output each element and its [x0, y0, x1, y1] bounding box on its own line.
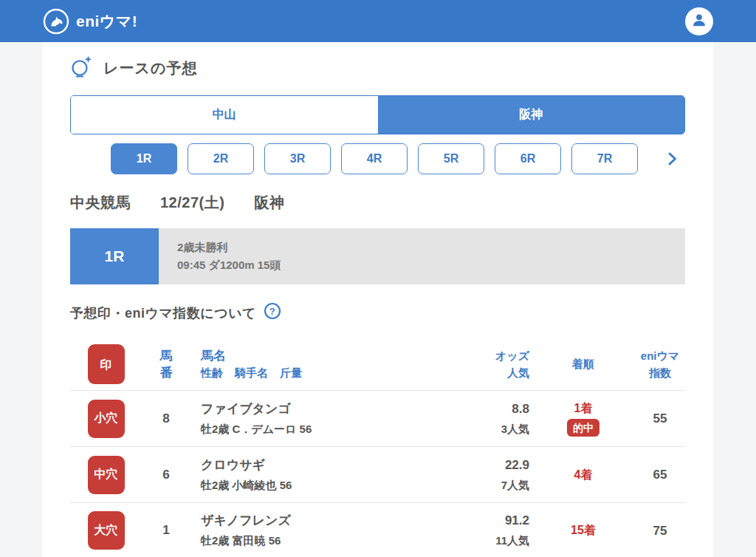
- eniuma-index: 55: [635, 410, 685, 427]
- horse-number: 8: [142, 411, 190, 426]
- content-card: レースの予想 中山 阪神 1R 2R 3R 4R 5R 6R 7R 中央競馬 1…: [42, 42, 713, 557]
- race-button-7r[interactable]: 7R: [571, 143, 638, 174]
- column-header-odds: オッズ 人気: [443, 347, 532, 381]
- race-button-4r[interactable]: 4R: [341, 143, 408, 174]
- breadcrumb-date: 12/27(土): [160, 193, 224, 213]
- odds-cell: 22.9 7人気: [443, 455, 532, 495]
- column-header-number: 馬 番: [142, 347, 190, 381]
- race-info-card[interactable]: 1R 2歳未勝利 09:45 ダ1200m 15頭: [70, 228, 685, 284]
- app-header: eniウマ!: [0, 0, 756, 42]
- race-button-5r[interactable]: 5R: [418, 143, 484, 174]
- odds-value: 8.8: [443, 399, 529, 419]
- horse-logo-icon: [43, 8, 69, 35]
- breadcrumb: 中央競馬 12/27(土) 阪神: [70, 193, 685, 213]
- popularity: 11人気: [443, 530, 529, 550]
- popularity: 7人気: [443, 475, 529, 495]
- help-icon[interactable]: ?: [264, 302, 281, 324]
- horse-name: クロウサギ: [201, 455, 443, 475]
- horse-name-cell: クロウサギ 牡2歳 小崎綾也 56: [190, 455, 443, 495]
- page-title-row: レースの予想: [70, 55, 685, 81]
- odds-value: 22.9: [443, 455, 529, 475]
- column-header-name: 馬名 性齢 騎手名 斤量: [190, 347, 443, 381]
- popularity: 3人気: [443, 419, 529, 439]
- horse-row: 大穴 1 ザキノフレンズ 牡2歳 富田暁 56 91.2 11人気 15着 75: [70, 502, 685, 557]
- about-label: 予想印・eniウマ指数について: [70, 304, 256, 322]
- svg-text:?: ?: [269, 306, 275, 317]
- column-header-result: 着順: [532, 356, 635, 372]
- about-row: 予想印・eniウマ指数について ?: [70, 302, 685, 324]
- user-avatar-button[interactable]: [685, 7, 713, 35]
- horse-name: ファイブタンゴ: [201, 399, 443, 419]
- horse-name: ザキノフレンズ: [201, 510, 443, 530]
- horse-row: 中穴 6 クロウサギ 牡2歳 小崎綾也 56 22.9 7人気 4着 65: [70, 446, 685, 502]
- eniuma-index: 65: [635, 466, 685, 483]
- venue-tabs: 中山 阪神: [70, 95, 685, 134]
- horse-name-cell: ザキノフレンズ 牡2歳 富田暁 56: [190, 510, 443, 550]
- horse-profile: 牡2歳 C．デムーロ 56: [201, 419, 443, 439]
- odds-value: 91.2: [443, 510, 529, 530]
- page-title: レースの予想: [103, 58, 197, 78]
- prediction-table: 印 馬 番 馬名 性齢 騎手名 斤量 オッズ 人気 着順 eniウマ: [70, 338, 685, 557]
- race-details: 09:45 ダ1200m 15頭: [177, 256, 685, 274]
- horse-number: 6: [142, 468, 190, 482]
- mark-header-badge: 印: [88, 344, 125, 384]
- race-button-2r[interactable]: 2R: [188, 143, 254, 174]
- breadcrumb-category: 中央競馬: [70, 193, 131, 213]
- race-button-1r[interactable]: 1R: [111, 143, 177, 174]
- finish-position: 1着: [532, 400, 635, 417]
- odds-cell: 91.2 11人気: [443, 510, 532, 550]
- race-button-3r[interactable]: 3R: [264, 143, 331, 174]
- venue-tab-nakayama[interactable]: 中山: [71, 96, 378, 134]
- mark-badge: 中穴: [88, 456, 125, 494]
- race-button-6r[interactable]: 6R: [495, 143, 561, 174]
- crystal-ball-icon: [70, 55, 94, 81]
- chevron-right-icon[interactable]: [667, 151, 678, 166]
- user-icon: [691, 12, 707, 31]
- app-logo[interactable]: eniウマ!: [43, 8, 137, 35]
- horse-profile: 牡2歳 小崎綾也 56: [201, 475, 443, 495]
- horse-name-cell: ファイブタンゴ 牡2歳 C．デムーロ 56: [190, 399, 443, 439]
- mark-badge: 大穴: [88, 511, 125, 550]
- app-logo-text: eniウマ!: [76, 11, 137, 32]
- breadcrumb-venue: 阪神: [254, 193, 284, 213]
- race-title: 2歳未勝利: [177, 239, 685, 256]
- result-cell: 4着: [532, 467, 635, 483]
- finish-position: 4着: [532, 467, 635, 483]
- venue-tab-hanshin[interactable]: 阪神: [378, 96, 685, 134]
- odds-cell: 8.8 3人気: [443, 399, 532, 439]
- horse-profile: 牡2歳 富田暁 56: [201, 530, 443, 550]
- table-header-row: 印 馬 番 馬名 性齢 騎手名 斤量 オッズ 人気 着順 eniウマ: [70, 338, 685, 390]
- mark-badge: 小穴: [88, 400, 125, 438]
- horse-number: 1: [142, 523, 190, 538]
- horse-row: 小穴 8 ファイブタンゴ 牡2歳 C．デムーロ 56 8.8 3人気 1着 的中…: [70, 390, 685, 446]
- column-header-mark: 印: [70, 344, 142, 384]
- finish-position: 15着: [532, 522, 635, 539]
- race-number-badge: 1R: [70, 228, 159, 284]
- column-header-index: eniウマ 指数: [635, 347, 685, 381]
- race-nav: 1R 2R 3R 4R 5R 6R 7R: [70, 143, 685, 174]
- race-info-body: 2歳未勝利 09:45 ダ1200m 15頭: [159, 228, 685, 284]
- result-cell: 15着: [532, 522, 635, 539]
- eniuma-index: 75: [635, 522, 685, 539]
- hit-badge: 的中: [567, 419, 599, 437]
- result-cell: 1着 的中: [532, 400, 635, 437]
